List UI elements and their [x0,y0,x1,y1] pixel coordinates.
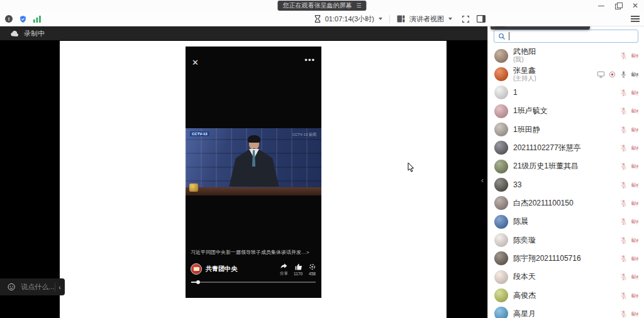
participant-row[interactable]: 1班卢毓文 [488,102,644,120]
maximize-button[interactable] [614,2,622,9]
view-dropdown-icon[interactable] [448,18,452,20]
screen-share-icon[interactable] [597,70,605,79]
account-name[interactable]: 共青团中央 [206,265,274,273]
camera-off-icon[interactable] [631,199,639,207]
camera-off-icon[interactable] [631,89,639,97]
camera-off-icon[interactable] [631,162,639,170]
emoji-icon[interactable] [8,282,15,292]
timer-hourglass-icon [314,15,321,23]
participant-row[interactable]: 陈晨 [488,212,644,231]
chat-collapse-icon[interactable]: ‹ [55,283,65,291]
close-button[interactable]: ✕ [631,2,639,9]
mic-muted-icon[interactable] [619,217,628,226]
participant-avatar [494,215,508,229]
shared-screen-stage: 录制中 ✕ ••• CCTV-13 CCTV-13 新闻 习近平同团中央新一届领… [0,26,487,318]
video-player[interactable]: ✕ ••• CCTV-13 CCTV-13 新闻 习近平同团中央新一届领导班子成… [186,47,321,298]
search-icon [498,33,506,40]
mic-on-icon[interactable] [619,70,628,79]
player-more-icon[interactable]: ••• [304,55,315,65]
mic-muted-icon[interactable] [619,52,628,60]
participant-row[interactable]: 陈奕璇 [488,231,644,249]
panel-menu-icon[interactable] [631,16,640,22]
mic-muted-icon[interactable] [619,310,628,318]
camera-off-icon[interactable] [631,292,639,300]
mic-muted-icon[interactable] [619,199,628,207]
mic-muted-icon[interactable] [619,89,628,97]
camera-off-icon[interactable] [631,236,639,244]
chat-input-pill[interactable]: 说点什么... ‹ [0,278,65,295]
participant-row[interactable]: 1班田静 [488,120,644,138]
recording-label: 录制中 [24,29,45,38]
participant-row[interactable]: 1 [488,84,644,102]
camera-off-icon[interactable] [631,107,639,115]
network-signal-icon[interactable] [33,15,42,23]
camera-off-icon[interactable] [631,52,639,60]
meeting-info-icon[interactable]: ! [5,15,13,23]
like-stat[interactable]: 1170 [294,263,303,276]
thumbs-up-icon [294,263,303,271]
account-avatar[interactable] [191,263,202,275]
share-stat[interactable]: 分享 [280,262,288,277]
participant-list[interactable]: 武艳阳 (我) [488,47,644,318]
participant-row[interactable]: 武艳阳 (我) [488,47,644,65]
mic-muted-icon[interactable] [619,144,628,152]
side-panel-toggle-icon[interactable] [477,15,486,23]
mic-muted-icon[interactable] [619,162,628,170]
participant-row[interactable]: 高星月 [488,305,644,318]
layout-view-icon [397,15,405,23]
participant-row[interactable]: 段本天 [488,268,644,286]
participant-name: 段本天 [513,273,536,281]
participant-row[interactable]: 高俊杰 [488,286,644,304]
participant-avatar [494,307,508,318]
participant-row[interactable]: 张呈鑫 (主持人) [488,65,644,83]
camera-off-icon[interactable] [631,217,639,226]
mic-muted-icon[interactable] [619,107,628,115]
view-mode-selector[interactable]: 演讲者视图 [409,14,444,24]
camera-off-icon[interactable] [631,310,639,318]
participant-name: 陈宇翔20211105716 [513,255,581,263]
toolbar-status-icons: ! [5,11,42,26]
mic-muted-icon[interactable] [619,273,628,281]
comment-stat[interactable]: 458 [308,263,316,276]
news-video-frame[interactable]: CCTV-13 CCTV-13 新闻 [186,128,321,195]
participant-name: 1班田静 [513,126,540,134]
recording-icon[interactable] [608,70,616,79]
participant-avatar [494,233,508,247]
video-progress-bar[interactable] [191,282,316,283]
mic-muted-icon[interactable] [619,126,628,134]
chat-placeholder[interactable]: 说点什么... [21,282,54,292]
screen-watching-banner[interactable]: 您正在观看张呈鑫的屏幕 ☰ [277,1,366,11]
participant-row[interactable]: 21级历史1班董其昌 [488,157,644,175]
mic-muted-icon[interactable] [619,255,628,263]
security-shield-icon[interactable] [19,15,27,23]
camera-off-icon[interactable] [631,70,639,79]
progress-knob[interactable] [196,280,200,284]
mic-muted-icon[interactable] [619,292,628,300]
meeting-timer[interactable]: 01:07:14(3小时) [325,14,374,24]
camera-off-icon[interactable] [631,144,639,152]
camera-off-icon[interactable] [631,126,639,134]
participant-name: 张呈鑫 [513,67,536,75]
mic-muted-icon[interactable] [619,181,628,189]
meeting-window: 您正在观看张呈鑫的屏幕 ☰ ✕ ! 01:07:14 [0,0,644,318]
camera-off-icon[interactable] [631,181,639,189]
participant-search-input[interactable] [494,30,638,43]
player-close-icon[interactable]: ✕ [192,58,199,67]
camera-off-icon[interactable] [631,255,639,263]
participant-name: 33 [513,181,521,189]
banner-menu-icon[interactable]: ☰ [356,1,361,11]
mic-muted-icon[interactable] [619,236,628,244]
timer-dropdown-icon[interactable] [379,18,382,20]
participant-row[interactable]: 33 [488,175,644,194]
minimize-button[interactable] [597,2,605,9]
title-bar: 您正在观看张呈鑫的屏幕 ☰ ✕ [0,0,644,11]
participant-name: 20211102277张慧亭 [513,144,581,152]
text-caret [509,32,509,40]
participant-row[interactable]: 白杰20211100150 [488,194,644,212]
participant-row[interactable]: 20211102277张慧亭 [488,139,644,157]
camera-off-icon[interactable] [631,273,639,281]
panel-collapse-icon[interactable]: ‹ [481,175,484,185]
video-caption[interactable]: 习近平同团中央新一届领导班子成员集体谈话并发…> [191,249,318,256]
participant-row[interactable]: 陈宇翔20211105716 [488,249,644,268]
fullscreen-icon[interactable] [462,15,470,23]
